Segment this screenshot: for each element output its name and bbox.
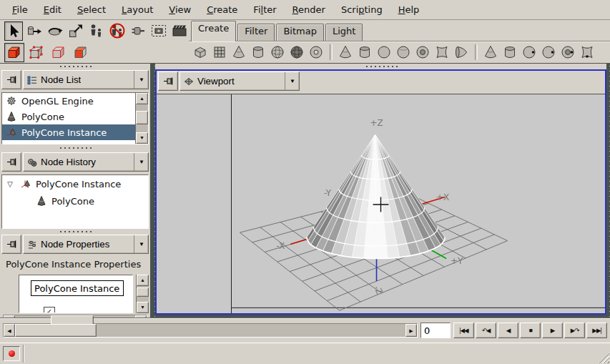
timeline-track[interactable] — [15, 324, 405, 337]
stop-button[interactable]: ■ — [520, 323, 541, 338]
menu-view[interactable]: View — [161, 1, 199, 18]
reverse-loop-play-button[interactable]: ↶◀ — [476, 323, 496, 338]
tab-bitmap[interactable]: Bitmap — [276, 24, 324, 41]
hyperboloid-button[interactable] — [433, 42, 451, 62]
menu-filter[interactable]: Filter — [245, 1, 284, 18]
menu-layout[interactable]: Layout — [114, 1, 161, 18]
scroll-thumb[interactable] — [136, 111, 148, 125]
scale-tool-button[interactable] — [67, 21, 85, 41]
tab-filter[interactable]: Filter — [237, 24, 275, 41]
menu-edit[interactable]: Edit — [36, 1, 69, 18]
panel-splitter[interactable] — [1, 229, 149, 234]
render-animation-button[interactable] — [170, 21, 189, 41]
properties-scrollbar[interactable]: ▲ ▼ — [136, 275, 149, 313]
panel-drag-handle[interactable] — [155, 64, 606, 69]
node-history-pin-button[interactable] — [1, 152, 21, 172]
node-list-pin-button[interactable] — [1, 70, 21, 89]
scroll-right-icon[interactable]: ▶ — [405, 324, 417, 337]
select-objects-mode-button[interactable] — [4, 43, 24, 62]
node-list-selector[interactable]: Node List ▼ — [23, 70, 149, 89]
disk-button[interactable] — [375, 42, 393, 62]
scroll-track[interactable] — [137, 286, 149, 302]
quadric-cylinder-button[interactable] — [501, 42, 518, 62]
timeline-thumb[interactable] — [15, 324, 97, 337]
render-preview-button[interactable] — [149, 21, 168, 41]
scroll-up-icon[interactable]: ▲ — [137, 275, 149, 286]
menu-select[interactable]: Select — [69, 1, 114, 18]
torus-button[interactable] — [413, 42, 431, 62]
tool-row-1 — [4, 20, 189, 41]
resize-grip[interactable] — [599, 353, 609, 363]
scroll-down-icon[interactable]: ▼ — [136, 132, 148, 144]
node-properties-selector[interactable]: Node Properties ▼ — [23, 235, 149, 254]
node-properties-pin-button[interactable] — [1, 235, 21, 254]
unparent-tool-button[interactable] — [108, 21, 127, 41]
viewport-3d-scene[interactable]: +Z+X-X-Y+Y-Z — [157, 94, 605, 313]
parent-tool-button[interactable] — [87, 21, 106, 41]
plug-tool-button[interactable] — [129, 21, 147, 41]
select-points-mode-button[interactable] — [26, 43, 46, 62]
poly-cone-button[interactable] — [230, 42, 247, 62]
node-properties-title: Node Properties — [41, 239, 109, 250]
viewport-selector[interactable]: Viewport ▼ — [179, 72, 300, 91]
poly-grid-button[interactable] — [210, 42, 228, 62]
scroll-left-icon[interactable]: ◀ — [4, 324, 15, 337]
menu-render[interactable]: Render — [285, 1, 333, 18]
record-indicator[interactable] — [3, 346, 20, 361]
scroll-up-icon[interactable]: ▲ — [136, 93, 148, 104]
scroll-track[interactable] — [136, 104, 148, 132]
move-tool-button[interactable] — [25, 21, 44, 41]
cylinder-button[interactable] — [355, 42, 373, 62]
node-history-selector[interactable]: Node History ▼ — [23, 152, 149, 172]
panel-drag-handle[interactable] — [1, 64, 149, 69]
reverse-play-button[interactable]: ◀ — [498, 323, 518, 338]
menu-file[interactable]: File — [4, 1, 36, 18]
rotate-tool-button[interactable] — [46, 21, 64, 41]
tab-light[interactable]: Light — [325, 24, 363, 41]
node-list-scrollbar[interactable]: ▲ ▼ — [135, 93, 148, 144]
select-faces-mode-button[interactable] — [71, 43, 91, 62]
expander-icon[interactable]: ▽ — [5, 180, 15, 188]
node-history-item[interactable]: ▽PolyCone Instance — [2, 175, 148, 192]
loop-play-button[interactable]: ▶↷ — [564, 323, 585, 338]
poly-sphere-quads-button[interactable] — [287, 42, 305, 62]
quadric-sphere-b-button[interactable] — [539, 42, 557, 62]
quadric-sphere-button[interactable] — [520, 42, 538, 62]
scroll-thumb[interactable] — [137, 287, 149, 297]
sphere-button[interactable] — [394, 42, 412, 62]
paraboloid-button[interactable] — [452, 42, 470, 62]
quadric-torus-button[interactable] — [559, 42, 576, 62]
viewport-pin-button[interactable] — [158, 72, 178, 91]
panel-gutter[interactable] — [606, 64, 610, 318]
scroll-down-icon[interactable]: ▼ — [137, 302, 149, 313]
select-tool-button[interactable] — [4, 21, 23, 41]
panel-splitter[interactable] — [1, 144, 149, 152]
node-list-item[interactable]: PolyCone Instance — [2, 124, 135, 140]
timeline-scrollbar[interactable]: ◀ ▶ — [3, 323, 418, 338]
node-list-item[interactable]: RenderMan Engine — [2, 140, 135, 144]
quadric-cone-button[interactable] — [481, 42, 499, 62]
play-button[interactable]: ▶ — [542, 323, 563, 338]
menu-help[interactable]: Help — [390, 1, 428, 18]
poly-torus-button[interactable] — [307, 42, 325, 62]
menu-scripting[interactable]: Scripting — [333, 1, 390, 18]
select-lines-mode-button[interactable] — [49, 43, 69, 62]
last-frame-button[interactable]: ▶▶| — [586, 323, 607, 338]
quadric-hyperboloid-button[interactable] — [578, 42, 596, 62]
first-frame-button[interactable]: |◀◀ — [453, 323, 474, 338]
poly-cylinder-button[interactable] — [249, 42, 267, 62]
node-history-item[interactable]: PolyCone — [2, 192, 148, 210]
panel-gutter[interactable] — [150, 64, 155, 318]
menu-create[interactable]: Create — [199, 1, 245, 18]
poly-cube-button[interactable] — [191, 42, 209, 62]
viewport-render-area[interactable]: +Z+X-X-Y+Y-Z — [157, 94, 605, 313]
node-list-item[interactable]: OpenGL Engine — [2, 93, 135, 109]
frame-number-input[interactable] — [420, 323, 451, 338]
node-list-item[interactable]: PolyCone — [2, 109, 135, 124]
tab-create[interactable]: Create — [191, 21, 236, 41]
node-name-field[interactable] — [31, 280, 124, 296]
node-list-title: Node List — [41, 74, 81, 85]
poly-sphere-button[interactable] — [268, 42, 286, 62]
cone-button[interactable] — [336, 42, 354, 62]
property-checkbox[interactable]: ✓ — [44, 307, 55, 313]
